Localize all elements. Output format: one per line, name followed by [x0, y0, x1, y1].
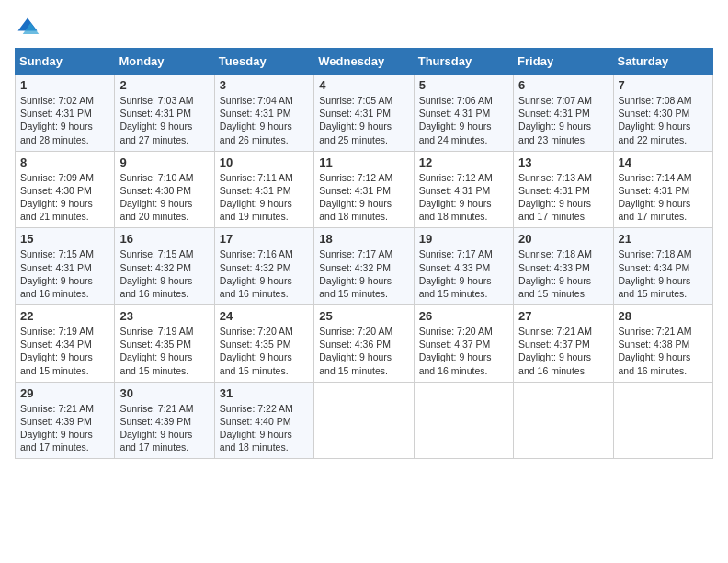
week-row-4: 22 Sunrise: 7:19 AM Sunset: 4:34 PM Dayl… [16, 305, 713, 383]
day-number: 8 [20, 155, 109, 169]
calendar-cell: 27 Sunrise: 7:21 AM Sunset: 4:37 PM Dayl… [514, 305, 613, 383]
cell-content: Sunrise: 7:21 AM Sunset: 4:37 PM Dayligh… [518, 325, 608, 377]
calendar-cell: 4 Sunrise: 7:05 AM Sunset: 4:31 PM Dayli… [314, 75, 414, 152]
cell-content: Sunrise: 7:02 AM Sunset: 4:31 PM Dayligh… [20, 94, 109, 146]
cell-content: Sunrise: 7:20 AM Sunset: 4:35 PM Dayligh… [220, 325, 309, 377]
cell-content: Sunrise: 7:22 AM Sunset: 4:40 PM Dayligh… [220, 402, 309, 454]
cell-content: Sunrise: 7:11 AM Sunset: 4:31 PM Dayligh… [220, 171, 309, 224]
header-day-monday: Monday [115, 49, 214, 75]
logo [15, 15, 44, 40]
cell-content: Sunrise: 7:18 AM Sunset: 4:33 PM Dayligh… [518, 247, 608, 300]
calendar-cell: 19 Sunrise: 7:17 AM Sunset: 4:33 PM Dayl… [414, 228, 513, 305]
calendar-cell: 26 Sunrise: 7:20 AM Sunset: 4:37 PM Dayl… [414, 305, 513, 383]
day-number: 20 [518, 232, 608, 246]
calendar-cell: 1 Sunrise: 7:02 AM Sunset: 4:31 PM Dayli… [16, 75, 115, 152]
header-day-friday: Friday [514, 49, 613, 75]
cell-content: Sunrise: 7:04 AM Sunset: 4:31 PM Dayligh… [220, 94, 309, 146]
calendar-cell: 22 Sunrise: 7:19 AM Sunset: 4:34 PM Dayl… [16, 305, 115, 383]
cell-content: Sunrise: 7:21 AM Sunset: 4:39 PM Dayligh… [20, 402, 109, 454]
calendar-cell: 10 Sunrise: 7:11 AM Sunset: 4:31 PM Dayl… [214, 151, 313, 228]
calendar-cell: 5 Sunrise: 7:06 AM Sunset: 4:31 PM Dayli… [414, 75, 513, 152]
calendar-cell: 17 Sunrise: 7:16 AM Sunset: 4:32 PM Dayl… [214, 228, 313, 305]
cell-content: Sunrise: 7:12 AM Sunset: 4:31 PM Dayligh… [319, 171, 408, 224]
day-number: 12 [419, 155, 508, 169]
calendar-table: SundayMondayTuesdayWednesdayThursdayFrid… [15, 48, 713, 459]
calendar-cell: 6 Sunrise: 7:07 AM Sunset: 4:31 PM Dayli… [514, 75, 613, 152]
calendar-cell: 2 Sunrise: 7:03 AM Sunset: 4:31 PM Dayli… [115, 75, 214, 152]
cell-content: Sunrise: 7:12 AM Sunset: 4:31 PM Dayligh… [419, 171, 508, 224]
calendar-cell: 23 Sunrise: 7:19 AM Sunset: 4:35 PM Dayl… [115, 305, 214, 383]
day-number: 18 [319, 232, 408, 246]
calendar-cell: 9 Sunrise: 7:10 AM Sunset: 4:30 PM Dayli… [115, 151, 214, 228]
day-number: 6 [518, 78, 608, 92]
calendar-cell: 11 Sunrise: 7:12 AM Sunset: 4:31 PM Dayl… [314, 151, 414, 228]
cell-content: Sunrise: 7:19 AM Sunset: 4:34 PM Dayligh… [20, 325, 109, 377]
cell-content: Sunrise: 7:14 AM Sunset: 4:31 PM Dayligh… [619, 171, 708, 224]
cell-content: Sunrise: 7:03 AM Sunset: 4:31 PM Dayligh… [119, 94, 209, 146]
header [15, 15, 713, 40]
week-row-3: 15 Sunrise: 7:15 AM Sunset: 4:31 PM Dayl… [16, 228, 713, 305]
cell-content: Sunrise: 7:09 AM Sunset: 4:30 PM Dayligh… [20, 171, 109, 224]
cell-content: Sunrise: 7:19 AM Sunset: 4:35 PM Dayligh… [119, 325, 209, 377]
cell-content: Sunrise: 7:20 AM Sunset: 4:37 PM Dayligh… [419, 325, 508, 377]
day-number: 3 [220, 78, 309, 92]
calendar-cell: 14 Sunrise: 7:14 AM Sunset: 4:31 PM Dayl… [613, 151, 712, 228]
week-row-2: 8 Sunrise: 7:09 AM Sunset: 4:30 PM Dayli… [16, 151, 713, 228]
day-number: 26 [419, 309, 508, 323]
calendar-cell: 21 Sunrise: 7:18 AM Sunset: 4:34 PM Dayl… [613, 228, 712, 305]
day-number: 5 [419, 78, 508, 92]
day-number: 4 [319, 78, 408, 92]
cell-content: Sunrise: 7:16 AM Sunset: 4:32 PM Dayligh… [220, 247, 309, 300]
cell-content: Sunrise: 7:10 AM Sunset: 4:30 PM Dayligh… [119, 171, 209, 224]
cell-content: Sunrise: 7:08 AM Sunset: 4:30 PM Dayligh… [619, 94, 708, 146]
calendar-cell [314, 382, 414, 459]
header-row: SundayMondayTuesdayWednesdayThursdayFrid… [16, 49, 713, 75]
day-number: 30 [119, 386, 209, 400]
calendar-cell [613, 382, 712, 459]
cell-content: Sunrise: 7:20 AM Sunset: 4:36 PM Dayligh… [319, 325, 408, 377]
day-number: 27 [518, 309, 608, 323]
cell-content: Sunrise: 7:07 AM Sunset: 4:31 PM Dayligh… [518, 94, 608, 146]
header-day-tuesday: Tuesday [214, 49, 313, 75]
day-number: 15 [20, 232, 109, 246]
day-number: 10 [220, 155, 309, 169]
calendar-cell: 13 Sunrise: 7:13 AM Sunset: 4:31 PM Dayl… [514, 151, 613, 228]
calendar-cell: 8 Sunrise: 7:09 AM Sunset: 4:30 PM Dayli… [16, 151, 115, 228]
calendar-cell: 31 Sunrise: 7:22 AM Sunset: 4:40 PM Dayl… [214, 382, 313, 459]
day-number: 16 [119, 232, 209, 246]
calendar-cell: 20 Sunrise: 7:18 AM Sunset: 4:33 PM Dayl… [514, 228, 613, 305]
header-day-sunday: Sunday [16, 49, 115, 75]
day-number: 28 [619, 309, 708, 323]
day-number: 14 [619, 155, 708, 169]
cell-content: Sunrise: 7:15 AM Sunset: 4:32 PM Dayligh… [119, 247, 209, 300]
day-number: 7 [619, 78, 708, 92]
day-number: 25 [319, 309, 408, 323]
calendar-cell: 3 Sunrise: 7:04 AM Sunset: 4:31 PM Dayli… [214, 75, 313, 152]
cell-content: Sunrise: 7:18 AM Sunset: 4:34 PM Dayligh… [619, 247, 708, 300]
day-number: 24 [220, 309, 309, 323]
logo-icon [15, 15, 40, 40]
week-row-5: 29 Sunrise: 7:21 AM Sunset: 4:39 PM Dayl… [16, 382, 713, 459]
week-row-1: 1 Sunrise: 7:02 AM Sunset: 4:31 PM Dayli… [16, 75, 713, 152]
day-number: 29 [20, 386, 109, 400]
day-number: 2 [119, 78, 209, 92]
day-number: 22 [20, 309, 109, 323]
calendar-cell [414, 382, 513, 459]
cell-content: Sunrise: 7:21 AM Sunset: 4:38 PM Dayligh… [619, 325, 708, 377]
calendar-cell: 29 Sunrise: 7:21 AM Sunset: 4:39 PM Dayl… [16, 382, 115, 459]
calendar-cell: 30 Sunrise: 7:21 AM Sunset: 4:39 PM Dayl… [115, 382, 214, 459]
calendar-cell: 24 Sunrise: 7:20 AM Sunset: 4:35 PM Dayl… [214, 305, 313, 383]
calendar-cell: 15 Sunrise: 7:15 AM Sunset: 4:31 PM Dayl… [16, 228, 115, 305]
day-number: 13 [518, 155, 608, 169]
calendar-cell: 12 Sunrise: 7:12 AM Sunset: 4:31 PM Dayl… [414, 151, 513, 228]
header-day-wednesday: Wednesday [314, 49, 414, 75]
calendar-cell: 16 Sunrise: 7:15 AM Sunset: 4:32 PM Dayl… [115, 228, 214, 305]
header-day-thursday: Thursday [414, 49, 513, 75]
cell-content: Sunrise: 7:05 AM Sunset: 4:31 PM Dayligh… [319, 94, 408, 146]
cell-content: Sunrise: 7:13 AM Sunset: 4:31 PM Dayligh… [518, 171, 608, 224]
day-number: 1 [20, 78, 109, 92]
header-day-saturday: Saturday [613, 49, 712, 75]
day-number: 17 [220, 232, 309, 246]
calendar-cell: 28 Sunrise: 7:21 AM Sunset: 4:38 PM Dayl… [613, 305, 712, 383]
day-number: 9 [119, 155, 209, 169]
